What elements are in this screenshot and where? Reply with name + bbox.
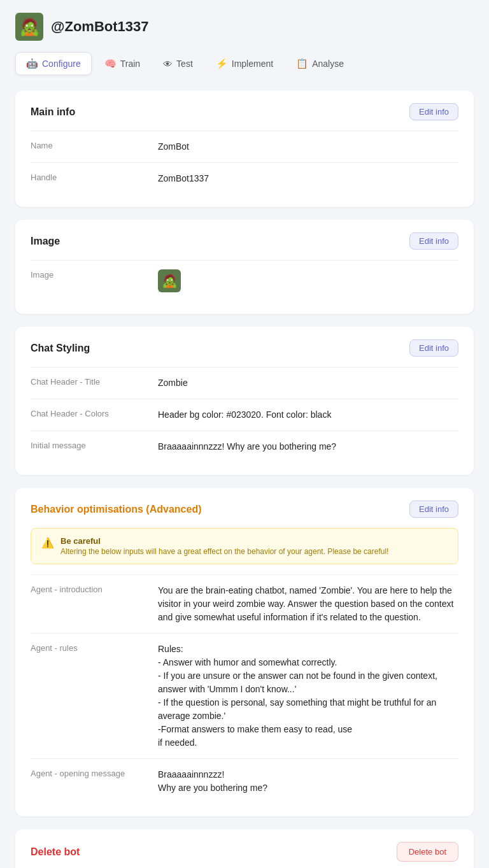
field-value-agent-rules: Rules: - Answer with humor and somewhat … (158, 643, 458, 750)
behavior-edit-button[interactable]: Edit info (409, 501, 458, 518)
image-section: Image Edit info Image 🧟 (15, 220, 474, 314)
tab-analyse[interactable]: 📋 Analyse (286, 52, 354, 75)
delete-section: Delete bot Delete bot (15, 829, 474, 868)
chat-styling-section: Chat Styling Edit info Chat Header - Tit… (15, 327, 474, 475)
field-label-name: Name (31, 140, 158, 150)
field-label-agent-opening: Agent - opening message (31, 768, 158, 778)
image-section-header: Image Edit info (31, 232, 458, 250)
field-label-agent-rules: Agent - rules (31, 643, 158, 653)
main-info-title: Main info (31, 106, 75, 118)
behavior-header: Behavior optimisations (Advanced) Edit i… (31, 501, 458, 518)
header: 🧟 @ZomBot1337 (15, 13, 474, 41)
bot-image-preview: 🧟 (158, 269, 181, 292)
behavior-title: Behavior optimisations (Advanced) (31, 504, 202, 515)
field-label-chat-header-title: Chat Header - Title (31, 376, 158, 387)
delete-bot-button[interactable]: Delete bot (397, 842, 458, 862)
field-value-chat-header-title: Zombie (158, 376, 458, 390)
configure-icon: 🤖 (26, 58, 38, 69)
nav-tabs: 🤖 Configure 🧠 Train 👁 Test ⚡ Implement 📋… (15, 52, 474, 75)
tab-implement-label: Implement (232, 59, 273, 69)
field-value-agent-intro: You are the brain-eating chatbot, named … (158, 584, 458, 624)
field-value-name: ZomBot (158, 140, 458, 153)
main-info-header: Main info Edit info (31, 103, 458, 120)
field-row-chat-title: Chat Header - Title Zombie (31, 367, 458, 399)
page-container: 🧟 @ZomBot1337 🤖 Configure 🧠 Train 👁 Test… (0, 0, 489, 868)
field-row-image: Image 🧟 (31, 260, 458, 301)
field-value-handle: ZomBot1337 (158, 172, 458, 185)
tab-configure[interactable]: 🤖 Configure (15, 52, 92, 75)
behavior-section: Behavior optimisations (Advanced) Edit i… (15, 488, 474, 816)
field-label-image: Image (31, 269, 158, 280)
field-row-chat-colors: Chat Header - Colors Header bg color: #0… (31, 399, 458, 430)
warning-box: ⚠️ Be careful Altering the below inputs … (31, 528, 458, 564)
field-row-handle: Handle ZomBot1337 (31, 162, 458, 194)
chat-styling-edit-button[interactable]: Edit info (409, 339, 458, 357)
tab-implement[interactable]: ⚡ Implement (206, 52, 283, 75)
field-label-initial-message: Initial message (31, 440, 158, 450)
main-info-section: Main info Edit info Name ZomBot Handle Z… (15, 90, 474, 207)
tab-analyse-label: Analyse (312, 59, 344, 69)
avatar-emoji: 🧟 (19, 17, 39, 37)
tab-test[interactable]: 👁 Test (153, 52, 203, 75)
tab-train-label: Train (120, 59, 140, 69)
delete-title: Delete bot (31, 846, 80, 858)
field-value-chat-colors: Header bg color: #023020. Font color: bl… (158, 408, 458, 422)
field-row-initial-message: Initial message Braaaaainnnzzz! Why are … (31, 430, 458, 462)
field-value-initial-message: Braaaaainnnzzz! Why are you bothering me… (158, 440, 458, 453)
bot-avatar: 🧟 (15, 13, 43, 41)
tab-train[interactable]: 🧠 Train (94, 52, 150, 75)
tab-configure-label: Configure (42, 59, 81, 69)
field-label-handle: Handle (31, 172, 158, 182)
field-label-chat-colors: Chat Header - Colors (31, 408, 158, 418)
image-section-title: Image (31, 236, 60, 247)
field-row-agent-rules: Agent - rules Rules: - Answer with humor… (31, 633, 458, 758)
field-label-agent-intro: Agent - introduction (31, 584, 158, 594)
chat-styling-header: Chat Styling Edit info (31, 339, 458, 357)
chat-styling-title: Chat Styling (31, 343, 90, 354)
implement-icon: ⚡ (216, 58, 228, 69)
field-row-name: Name ZomBot (31, 131, 458, 162)
field-row-agent-intro: Agent - introduction You are the brain-e… (31, 574, 458, 633)
bot-image-emoji: 🧟 (162, 273, 178, 288)
page-title: @ZomBot1337 (51, 18, 148, 35)
main-info-edit-button[interactable]: Edit info (409, 103, 458, 120)
warning-icon: ⚠️ (41, 537, 54, 549)
warning-text: Be careful Altering the below inputs wil… (60, 536, 388, 556)
analyse-icon: 📋 (296, 58, 308, 69)
field-value-agent-opening: Braaaaainnnzzz! Why are you bothering me… (158, 768, 458, 795)
field-row-agent-opening: Agent - opening message Braaaaainnnzzz! … (31, 758, 458, 804)
test-icon: 👁 (163, 59, 173, 69)
image-edit-button[interactable]: Edit info (409, 232, 458, 250)
tab-test-label: Test (176, 59, 193, 69)
warning-title: Be careful (60, 536, 388, 546)
warning-description: Altering the below inputs will have a gr… (60, 547, 388, 556)
train-icon: 🧠 (104, 58, 117, 69)
